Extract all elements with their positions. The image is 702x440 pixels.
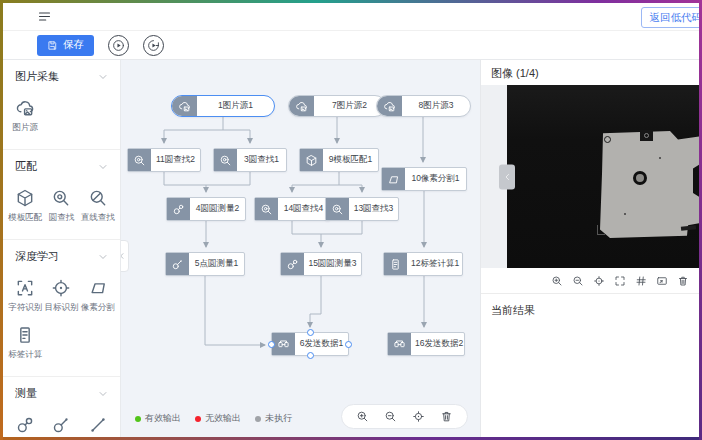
- zoom-out-icon[interactable]: [572, 275, 584, 287]
- node-icon-box: [272, 333, 295, 355]
- node-circle-circle-measure-2[interactable]: 4圆圆测量2: [166, 197, 246, 221]
- node-label: 3圆查找1: [237, 149, 286, 171]
- circle-find-icon: [51, 188, 71, 208]
- circle-circle-measure-icon: [172, 203, 185, 216]
- node-image-source-1[interactable]: 1图片源1: [171, 95, 275, 117]
- node-send-data-1[interactable]: 6发送数据1: [271, 332, 349, 356]
- section-header-measure[interactable]: 测量: [3, 377, 120, 405]
- tool-char-recognition[interactable]: 字符识别: [7, 272, 43, 319]
- node-circle-find-2[interactable]: 11圆查找2: [127, 148, 201, 172]
- pixel-segment-icon: [88, 278, 108, 298]
- step-run-button[interactable]: [143, 35, 164, 56]
- app-window: 返回低代码 保存 图片采集 图片: [0, 0, 702, 440]
- node-circle-find-1[interactable]: 3圆查找1: [213, 148, 287, 172]
- char-recognition-icon: [15, 278, 35, 298]
- tool-object-detect[interactable]: 目标识别: [43, 272, 79, 319]
- section-deep-learning: 深度学习 字符识别 目标识别: [3, 240, 120, 377]
- metal-plate: [600, 131, 699, 238]
- prev-image-button[interactable]: [499, 164, 515, 189]
- section-title: 图片采集: [15, 69, 59, 84]
- delete-icon[interactable]: [677, 275, 689, 287]
- line-find-icon: [88, 188, 108, 208]
- plate-hole-small: [604, 136, 611, 143]
- node-handle-top[interactable]: [307, 329, 314, 336]
- circle-circle-measure-icon: [286, 258, 299, 271]
- tool-line-find[interactable]: 直线查找: [80, 182, 116, 229]
- grid-icon[interactable]: [635, 275, 647, 287]
- chevron-down-icon: [98, 162, 108, 172]
- section-header-deep-learning[interactable]: 深度学习: [3, 240, 120, 268]
- sidebar-collapse-handle[interactable]: [121, 240, 129, 272]
- circle-find-icon: [219, 154, 232, 167]
- chevron-down-icon: [98, 72, 108, 82]
- fullscreen-icon[interactable]: [614, 275, 626, 287]
- node-send-data-2[interactable]: 16发送数据2: [387, 332, 465, 356]
- locate-icon[interactable]: [412, 410, 425, 423]
- send-data-icon: [393, 338, 406, 351]
- menu-icon[interactable]: [37, 9, 52, 24]
- node-icon-box: [128, 149, 151, 171]
- node-circle-circle-measure-3[interactable]: 15圆圆测量3: [280, 252, 362, 276]
- node-image-source-2[interactable]: 7图片源2: [288, 95, 386, 117]
- point-circle-measure-icon: [171, 258, 184, 271]
- tool-circle-find[interactable]: 圆查找: [43, 182, 79, 229]
- section-header-image-capture[interactable]: 图片采集: [3, 60, 120, 88]
- image-viewer: [481, 85, 699, 268]
- node-icon-box: [300, 149, 323, 171]
- legend-label: 无效输出: [205, 412, 241, 425]
- node-point-circle-measure-1[interactable]: 5点圆测量1: [165, 252, 245, 276]
- template-match-icon: [305, 154, 318, 167]
- legend-valid-output: 有效输出: [135, 412, 181, 425]
- locate-icon[interactable]: [593, 275, 605, 287]
- tool-point-point-measure[interactable]: 点点测量: [80, 409, 116, 437]
- back-to-lowcode-button[interactable]: 返回低代码: [641, 7, 700, 28]
- section-items: 字符识别 目标识别 像素分割 标签计算: [3, 268, 120, 372]
- tool-label: 圆查找: [49, 212, 75, 224]
- status-legend: 有效输出 无效输出 未执行: [135, 412, 292, 425]
- tool-label: 目标识别: [44, 302, 78, 314]
- tool-circle-circle-measure[interactable]: 圆圆测量: [7, 409, 43, 437]
- node-handle-left[interactable]: [268, 341, 275, 348]
- label-calc-icon: [15, 325, 35, 345]
- run-button[interactable]: [108, 35, 129, 56]
- node-template-match-1[interactable]: 9模板匹配1: [299, 148, 379, 172]
- legend-not-run: 未执行: [255, 412, 292, 425]
- label-calc-icon: [389, 258, 402, 271]
- right-panel: 图像 (1/4): [480, 60, 699, 437]
- node-icon-box: [377, 96, 402, 116]
- camera-image: [507, 85, 699, 268]
- node-label: 10像素分割1: [405, 168, 466, 190]
- app-root: 返回低代码 保存 图片采集 图片: [3, 3, 699, 437]
- chevron-down-icon: [98, 389, 108, 399]
- image-source-icon: [178, 100, 191, 113]
- pixel-segment-icon: [387, 173, 400, 186]
- save-button[interactable]: 保存: [37, 35, 94, 56]
- zoom-in-icon[interactable]: [551, 275, 563, 287]
- node-label: 1图片源1: [197, 96, 274, 116]
- node-circle-find-3[interactable]: 13圆查找3: [325, 197, 399, 221]
- node-circle-find-4[interactable]: 14圆查找4: [254, 197, 330, 221]
- fit-image-icon[interactable]: [656, 275, 668, 287]
- flow-canvas[interactable]: 1图片源1 7图片源2 8图片源3 11圆查找2 3圆查找1: [121, 60, 480, 437]
- gray-dot: [255, 416, 261, 422]
- section-title: 匹配: [15, 159, 37, 174]
- tool-label-calc[interactable]: 标签计算: [7, 319, 43, 366]
- node-image-source-3[interactable]: 8图片源3: [376, 95, 471, 117]
- node-handle-right[interactable]: [345, 341, 352, 348]
- tool-template-match[interactable]: 模板匹配: [7, 182, 43, 229]
- node-handle-bottom[interactable]: [307, 352, 314, 359]
- delete-icon[interactable]: [440, 410, 453, 423]
- node-pixel-segment-1[interactable]: 10像素分割1: [381, 167, 467, 191]
- section-title: 测量: [15, 386, 37, 401]
- tool-image-source[interactable]: 图片源: [7, 92, 43, 139]
- node-label: 4圆圆测量2: [190, 198, 245, 220]
- zoom-in-icon[interactable]: [356, 410, 369, 423]
- tool-pixel-segment[interactable]: 像素分割: [80, 272, 116, 319]
- node-label-calc-1[interactable]: 12标签计算1: [383, 252, 463, 276]
- node-label: 14圆查找4: [278, 198, 329, 220]
- tool-point-circle-measure[interactable]: 点圆测量: [43, 409, 79, 437]
- circle-find-icon: [331, 203, 344, 216]
- zoom-out-icon[interactable]: [384, 410, 397, 423]
- section-header-match[interactable]: 匹配: [3, 150, 120, 178]
- legend-invalid-output: 无效输出: [195, 412, 241, 425]
